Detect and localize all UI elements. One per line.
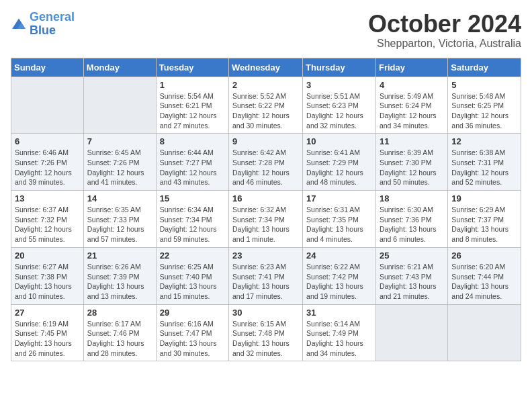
day-number: 26 xyxy=(451,250,517,261)
calendar-cell: 8Sunrise: 6:44 AM Sunset: 7:27 PM Daylig… xyxy=(156,134,228,191)
day-info: Sunrise: 6:19 AM Sunset: 7:45 PM Dayligh… xyxy=(15,319,80,359)
day-info: Sunrise: 6:23 AM Sunset: 7:41 PM Dayligh… xyxy=(232,262,299,302)
day-info: Sunrise: 6:26 AM Sunset: 7:39 PM Dayligh… xyxy=(87,262,152,302)
day-number: 11 xyxy=(380,136,444,146)
day-info: Sunrise: 6:17 AM Sunset: 7:46 PM Dayligh… xyxy=(87,319,152,359)
day-number: 6 xyxy=(15,136,80,146)
day-number: 14 xyxy=(87,193,152,203)
day-number: 19 xyxy=(451,193,517,203)
calendar-week-row: 1Sunrise: 5:54 AM Sunset: 6:21 PM Daylig… xyxy=(11,77,521,134)
day-number: 20 xyxy=(15,250,80,261)
header: General Blue October 2024 Shepparton, Vi… xyxy=(11,11,521,50)
calendar-cell: 14Sunrise: 6:35 AM Sunset: 7:33 PM Dayli… xyxy=(83,191,156,248)
day-info: Sunrise: 6:15 AM Sunset: 7:48 PM Dayligh… xyxy=(232,319,299,359)
day-number: 17 xyxy=(306,193,372,203)
logo: General Blue xyxy=(11,11,75,38)
weekday-header-thursday: Thursday xyxy=(303,58,376,77)
calendar-cell: 15Sunrise: 6:34 AM Sunset: 7:34 PM Dayli… xyxy=(156,191,228,248)
day-number: 23 xyxy=(232,250,299,261)
day-info: Sunrise: 6:16 AM Sunset: 7:47 PM Dayligh… xyxy=(160,319,225,359)
calendar-cell: 12Sunrise: 6:38 AM Sunset: 7:31 PM Dayli… xyxy=(448,134,521,191)
day-info: Sunrise: 6:27 AM Sunset: 7:38 PM Dayligh… xyxy=(15,262,80,302)
day-info: Sunrise: 6:42 AM Sunset: 7:28 PM Dayligh… xyxy=(232,148,299,187)
calendar-week-row: 13Sunrise: 6:37 AM Sunset: 7:32 PM Dayli… xyxy=(11,191,521,248)
weekday-header-sunday: Sunday xyxy=(11,58,84,77)
day-info: Sunrise: 6:46 AM Sunset: 7:26 PM Dayligh… xyxy=(15,148,80,187)
weekday-header-wednesday: Wednesday xyxy=(229,58,303,77)
calendar-cell: 16Sunrise: 6:32 AM Sunset: 7:34 PM Dayli… xyxy=(229,191,303,248)
calendar-body: 1Sunrise: 5:54 AM Sunset: 6:21 PM Daylig… xyxy=(11,77,521,361)
day-number: 5 xyxy=(451,80,517,90)
day-number: 12 xyxy=(451,136,517,146)
calendar-cell: 19Sunrise: 6:29 AM Sunset: 7:37 PM Dayli… xyxy=(448,191,521,248)
calendar-cell: 23Sunrise: 6:23 AM Sunset: 7:41 PM Dayli… xyxy=(229,247,303,304)
calendar-cell: 2Sunrise: 5:52 AM Sunset: 6:22 PM Daylig… xyxy=(229,77,303,134)
weekday-header-friday: Friday xyxy=(375,58,447,77)
day-info: Sunrise: 6:21 AM Sunset: 7:43 PM Dayligh… xyxy=(380,262,444,302)
day-number: 13 xyxy=(15,193,80,203)
logo-text: General Blue xyxy=(30,11,75,38)
day-number: 4 xyxy=(380,80,444,90)
calendar-cell: 26Sunrise: 6:20 AM Sunset: 7:44 PM Dayli… xyxy=(448,247,521,304)
day-info: Sunrise: 6:39 AM Sunset: 7:30 PM Dayligh… xyxy=(380,148,444,187)
calendar-cell: 22Sunrise: 6:25 AM Sunset: 7:40 PM Dayli… xyxy=(156,247,228,304)
day-info: Sunrise: 5:49 AM Sunset: 6:24 PM Dayligh… xyxy=(380,91,444,131)
calendar-cell: 30Sunrise: 6:15 AM Sunset: 7:48 PM Dayli… xyxy=(229,304,303,361)
day-info: Sunrise: 6:35 AM Sunset: 7:33 PM Dayligh… xyxy=(87,205,152,244)
day-info: Sunrise: 6:41 AM Sunset: 7:29 PM Dayligh… xyxy=(306,148,372,187)
day-number: 25 xyxy=(380,250,444,261)
day-number: 22 xyxy=(160,250,225,261)
day-info: Sunrise: 5:52 AM Sunset: 6:22 PM Dayligh… xyxy=(232,91,299,131)
day-info: Sunrise: 6:31 AM Sunset: 7:35 PM Dayligh… xyxy=(306,205,372,244)
calendar-cell: 6Sunrise: 6:46 AM Sunset: 7:26 PM Daylig… xyxy=(11,134,84,191)
day-number: 7 xyxy=(87,136,152,146)
calendar-week-row: 6Sunrise: 6:46 AM Sunset: 7:26 PM Daylig… xyxy=(11,134,521,191)
day-number: 15 xyxy=(160,193,225,203)
day-number: 1 xyxy=(160,80,225,90)
calendar-cell xyxy=(11,77,84,134)
day-number: 28 xyxy=(87,308,152,318)
calendar-week-row: 27Sunrise: 6:19 AM Sunset: 7:45 PM Dayli… xyxy=(11,304,521,361)
day-info: Sunrise: 6:29 AM Sunset: 7:37 PM Dayligh… xyxy=(451,205,517,244)
calendar-cell xyxy=(375,304,447,361)
day-number: 30 xyxy=(232,308,299,318)
day-number: 2 xyxy=(232,80,299,90)
day-number: 31 xyxy=(306,308,372,318)
calendar-cell: 3Sunrise: 5:51 AM Sunset: 6:23 PM Daylig… xyxy=(303,77,376,134)
calendar-cell xyxy=(83,77,156,134)
calendar-cell: 31Sunrise: 6:14 AM Sunset: 7:49 PM Dayli… xyxy=(303,304,376,361)
calendar-cell: 17Sunrise: 6:31 AM Sunset: 7:35 PM Dayli… xyxy=(303,191,376,248)
weekday-header-monday: Monday xyxy=(83,58,156,77)
day-number: 29 xyxy=(160,308,225,318)
calendar-cell: 25Sunrise: 6:21 AM Sunset: 7:43 PM Dayli… xyxy=(375,247,447,304)
calendar-week-row: 20Sunrise: 6:27 AM Sunset: 7:38 PM Dayli… xyxy=(11,247,521,304)
calendar-cell: 18Sunrise: 6:30 AM Sunset: 7:36 PM Dayli… xyxy=(375,191,447,248)
location-title: Shepparton, Victoria, Australia xyxy=(368,38,521,50)
calendar-cell: 21Sunrise: 6:26 AM Sunset: 7:39 PM Dayli… xyxy=(83,247,156,304)
calendar-header-row: SundayMondayTuesdayWednesdayThursdayFrid… xyxy=(11,58,521,77)
day-number: 16 xyxy=(232,193,299,203)
weekday-header-saturday: Saturday xyxy=(448,58,521,77)
calendar-cell: 27Sunrise: 6:19 AM Sunset: 7:45 PM Dayli… xyxy=(11,304,84,361)
weekday-header-tuesday: Tuesday xyxy=(156,58,228,77)
day-info: Sunrise: 6:34 AM Sunset: 7:34 PM Dayligh… xyxy=(160,205,225,244)
day-number: 10 xyxy=(306,136,372,146)
calendar-cell: 9Sunrise: 6:42 AM Sunset: 7:28 PM Daylig… xyxy=(229,134,303,191)
day-info: Sunrise: 6:38 AM Sunset: 7:31 PM Dayligh… xyxy=(451,148,517,187)
day-info: Sunrise: 5:51 AM Sunset: 6:23 PM Dayligh… xyxy=(306,91,372,131)
day-number: 3 xyxy=(306,80,372,90)
day-info: Sunrise: 6:45 AM Sunset: 7:26 PM Dayligh… xyxy=(87,148,152,187)
day-number: 18 xyxy=(380,193,444,203)
calendar-cell: 1Sunrise: 5:54 AM Sunset: 6:21 PM Daylig… xyxy=(156,77,228,134)
calendar-cell: 20Sunrise: 6:27 AM Sunset: 7:38 PM Dayli… xyxy=(11,247,84,304)
day-info: Sunrise: 6:30 AM Sunset: 7:36 PM Dayligh… xyxy=(380,205,444,244)
calendar-cell xyxy=(448,304,521,361)
calendar-cell: 7Sunrise: 6:45 AM Sunset: 7:26 PM Daylig… xyxy=(83,134,156,191)
logo-icon xyxy=(11,17,27,31)
day-info: Sunrise: 5:48 AM Sunset: 6:25 PM Dayligh… xyxy=(451,91,517,131)
calendar-cell: 10Sunrise: 6:41 AM Sunset: 7:29 PM Dayli… xyxy=(303,134,376,191)
calendar-cell: 28Sunrise: 6:17 AM Sunset: 7:46 PM Dayli… xyxy=(83,304,156,361)
calendar-cell: 13Sunrise: 6:37 AM Sunset: 7:32 PM Dayli… xyxy=(11,191,84,248)
day-info: Sunrise: 6:20 AM Sunset: 7:44 PM Dayligh… xyxy=(451,262,517,302)
day-number: 27 xyxy=(15,308,80,318)
